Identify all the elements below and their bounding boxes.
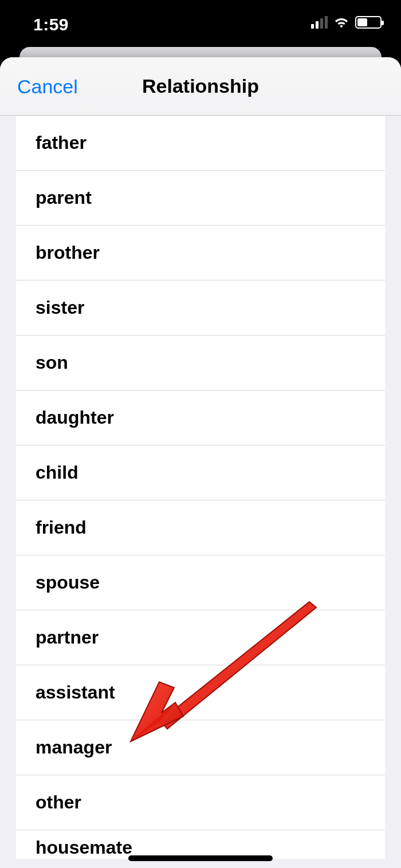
status-indicators (311, 16, 382, 29)
status-bar: 1:59 (0, 0, 401, 47)
relationship-row-friend[interactable]: friend (16, 500, 385, 555)
relationship-picker-sheet: Cancel Relationship father parent brothe… (0, 57, 401, 868)
relationship-row-brother[interactable]: brother (16, 226, 385, 281)
cellular-signal-icon (311, 16, 328, 29)
cancel-button[interactable]: Cancel (17, 75, 78, 97)
home-indicator[interactable] (128, 855, 273, 861)
relationship-row-other[interactable]: other (16, 775, 385, 830)
relationship-list: father parent brother sister son daughte… (16, 116, 385, 859)
wifi-icon (333, 16, 349, 29)
relationship-row-partner[interactable]: partner (16, 610, 385, 665)
list-container[interactable]: father parent brother sister son daughte… (0, 116, 401, 868)
relationship-row-parent[interactable]: parent (16, 171, 385, 226)
relationship-row-housemate[interactable]: housemate (16, 830, 385, 859)
relationship-row-assistant[interactable]: assistant (16, 665, 385, 720)
relationship-row-father[interactable]: father (16, 116, 385, 171)
relationship-row-manager[interactable]: manager (16, 720, 385, 775)
relationship-row-son[interactable]: son (16, 336, 385, 390)
relationship-row-sister[interactable]: sister (16, 281, 385, 336)
relationship-row-daughter[interactable]: daughter (16, 390, 385, 445)
nav-title: Relationship (142, 75, 259, 97)
status-time: 1:59 (33, 15, 69, 34)
relationship-row-child[interactable]: child (16, 445, 385, 500)
battery-icon (355, 16, 382, 29)
nav-bar: Cancel Relationship (0, 57, 401, 116)
relationship-row-spouse[interactable]: spouse (16, 555, 385, 610)
